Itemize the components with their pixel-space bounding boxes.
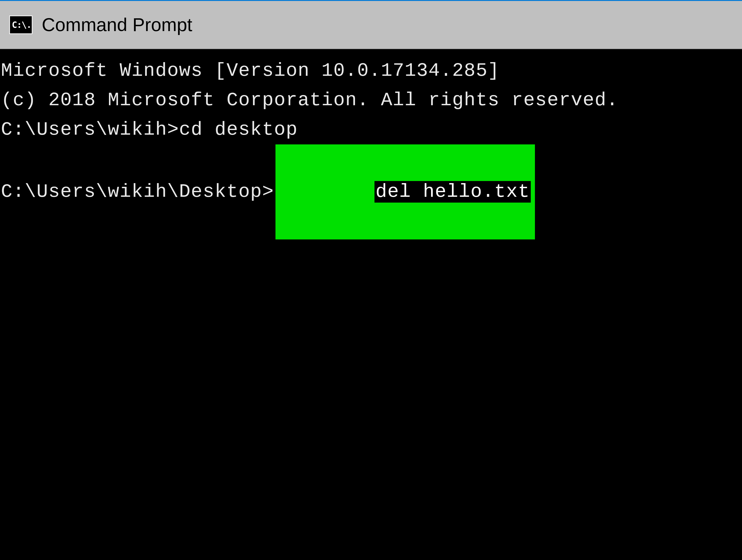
prompt-prefix: C:\Users\wikih\Desktop> bbox=[1, 177, 274, 207]
window-title: Command Prompt bbox=[42, 14, 192, 36]
cmd-icon: C:\. bbox=[9, 15, 33, 34]
titlebar[interactable]: C:\. Command Prompt bbox=[0, 1, 742, 49]
command-prompt-window: C:\. Command Prompt Microsoft Windows [V… bbox=[0, 0, 742, 560]
highlighted-command[interactable]: del hello.txt bbox=[374, 181, 531, 203]
terminal-line: Microsoft Windows [Version 10.0.17134.28… bbox=[1, 56, 742, 86]
terminal-body[interactable]: Microsoft Windows [Version 10.0.17134.28… bbox=[0, 49, 742, 560]
cmd-icon-text: C:\. bbox=[12, 20, 31, 30]
highlight-box: del hello.txt bbox=[275, 145, 535, 239]
terminal-line: (c) 2018 Microsoft Corporation. All righ… bbox=[1, 86, 742, 115]
terminal-line: C:\Users\wikih>cd desktop bbox=[1, 115, 742, 145]
active-prompt-line: C:\Users\wikih\Desktop> del hello.txt bbox=[1, 145, 742, 239]
